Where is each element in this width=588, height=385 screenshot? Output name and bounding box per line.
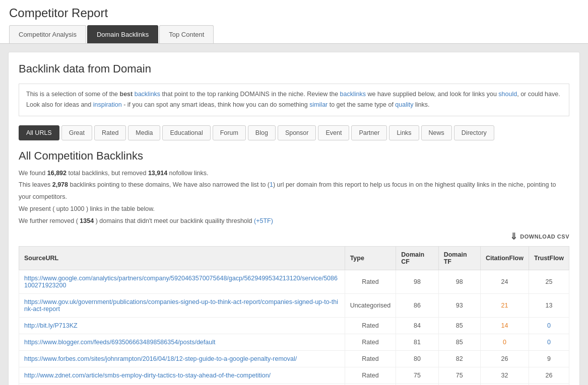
- domain-cf-cell: 81: [396, 334, 438, 351]
- filter-tab-forum[interactable]: Forum: [213, 125, 246, 140]
- download-icon: ⇓: [510, 231, 518, 242]
- tab-bar: Competitor AnalysisDomain BacklinksTop C…: [9, 25, 579, 43]
- filter-tab-news[interactable]: News: [421, 125, 452, 140]
- info-line2: Look also for ideas and inspiration - if…: [26, 100, 562, 110]
- domain-cf-cell: 98: [396, 270, 438, 294]
- page-header: Competitor Report Competitor AnalysisDom…: [0, 0, 588, 44]
- tab-competitor-analysis[interactable]: Competitor Analysis: [9, 25, 86, 43]
- col-header-domain-cf: Domain CF: [396, 247, 438, 270]
- type-cell: Rated: [345, 367, 396, 384]
- subsection-title: All Competition Backlinks: [19, 149, 569, 163]
- citation-flow-cell: 14: [480, 318, 529, 334]
- table-row: https://www.blogger.com/feeds/6935066634…: [19, 334, 569, 351]
- stats-line2: This leaves 2,978 backlinks pointing to …: [19, 179, 569, 203]
- col-header-citationflow: CitationFlow: [480, 247, 529, 270]
- filter-tab-sponsor[interactable]: Sponsor: [278, 125, 316, 140]
- filter-tab-bar: All URLSGreatRatedMediaEducationalForumB…: [19, 125, 569, 140]
- domain-tf-cell: 98: [438, 270, 480, 294]
- tab-top-content[interactable]: Top Content: [159, 25, 214, 43]
- filter-tab-rated[interactable]: Rated: [94, 125, 126, 140]
- citation-flow-cell: 21: [480, 294, 529, 318]
- citation-flow-cell: 0: [480, 334, 529, 351]
- domain-tf-cell: 75: [438, 367, 480, 384]
- type-cell: Uncategorised: [345, 294, 396, 318]
- backlinks-table: SourceURLTypeDomain CFDomain TFCitationF…: [19, 246, 569, 385]
- trust-flow-cell: 25: [529, 270, 569, 294]
- url-cell[interactable]: http://bit.ly/P713KZ: [19, 318, 345, 334]
- col-header-domain-tf: Domain TF: [438, 247, 480, 270]
- domain-tf-cell: 82: [438, 351, 480, 367]
- main-card: Backlink data from Domain This is a sele…: [8, 52, 580, 385]
- domain-tf-cell: 85: [438, 318, 480, 334]
- filter-tab-educational[interactable]: Educational: [162, 125, 210, 140]
- section-title: Backlink data from Domain: [19, 62, 569, 75]
- domain-cf-cell: 80: [396, 351, 438, 367]
- url-cell[interactable]: https://www.forbes.com/sites/johnrampton…: [19, 351, 345, 367]
- info-box: This is a selection of some of the best …: [19, 84, 569, 116]
- filter-tab-all-urls[interactable]: All URLS: [19, 125, 59, 140]
- content-area: Backlink data from Domain This is a sele…: [0, 44, 588, 385]
- col-header-trustflow: TrustFlow: [529, 247, 569, 270]
- type-cell: Rated: [345, 351, 396, 367]
- table-row: https://www.google.com/analytics/partner…: [19, 270, 569, 294]
- table-row: http://bit.ly/P713KZRated8485140: [19, 318, 569, 334]
- stats-line1: We found 16,892 total backlinks, but rem…: [19, 168, 569, 180]
- url-cell[interactable]: https://www.google.com/analytics/partner…: [19, 270, 345, 294]
- col-header-sourceurl: SourceURL: [19, 247, 345, 270]
- filter-tab-links[interactable]: Links: [389, 125, 419, 140]
- stats-line4: We further removed ( 1354 ) domains that…: [19, 215, 569, 227]
- domain-cf-cell: 75: [396, 367, 438, 384]
- citation-flow-cell: 26: [480, 351, 529, 367]
- table-row: https://www.gov.uk/government/publicatio…: [19, 294, 569, 318]
- table-row: https://www.forbes.com/sites/johnrampton…: [19, 351, 569, 367]
- filter-tab-great[interactable]: Great: [61, 125, 92, 140]
- citation-flow-cell: 32: [480, 367, 529, 384]
- url-cell[interactable]: https://www.gov.uk/government/publicatio…: [19, 294, 345, 318]
- stats-line3: We present ( upto 1000 ) links in the ta…: [19, 203, 569, 215]
- url-cell[interactable]: https://www.blogger.com/feeds/6935066634…: [19, 334, 345, 351]
- domain-tf-cell: 93: [438, 294, 480, 318]
- download-csv-button[interactable]: ⇓ DOWNLOAD CSV: [510, 231, 569, 242]
- citation-flow-cell: 24: [480, 270, 529, 294]
- trust-flow-cell: 26: [529, 367, 569, 384]
- stats-text: We found 16,892 total backlinks, but rem…: [19, 168, 569, 227]
- filter-tab-event[interactable]: Event: [318, 125, 349, 140]
- trust-flow-cell: 0: [529, 318, 569, 334]
- download-label: DOWNLOAD CSV: [520, 234, 569, 240]
- filter-tab-directory[interactable]: Directory: [454, 125, 494, 140]
- col-header-type: Type: [345, 247, 396, 270]
- trust-flow-cell: 0: [529, 334, 569, 351]
- domain-tf-cell: 85: [438, 334, 480, 351]
- filter-tab-media[interactable]: Media: [128, 125, 160, 140]
- type-cell: Rated: [345, 334, 396, 351]
- filter-tab-partner[interactable]: Partner: [351, 125, 387, 140]
- page-title: Competitor Report: [9, 6, 579, 25]
- tab-domain-backlinks[interactable]: Domain Backlinks: [87, 25, 158, 43]
- table-row: http://www.zdnet.com/article/smbs-employ…: [19, 367, 569, 384]
- trust-flow-cell: 13: [529, 294, 569, 318]
- info-line1: This is a selection of some of the best …: [26, 89, 562, 100]
- type-cell: Rated: [345, 318, 396, 334]
- trust-flow-cell: 9: [529, 351, 569, 367]
- type-cell: Rated: [345, 270, 396, 294]
- domain-cf-cell: 86: [396, 294, 438, 318]
- download-area: ⇓ DOWNLOAD CSV: [19, 231, 569, 242]
- url-cell[interactable]: http://www.zdnet.com/article/smbs-employ…: [19, 367, 345, 384]
- domain-cf-cell: 84: [396, 318, 438, 334]
- filter-tab-blog[interactable]: Blog: [248, 125, 276, 140]
